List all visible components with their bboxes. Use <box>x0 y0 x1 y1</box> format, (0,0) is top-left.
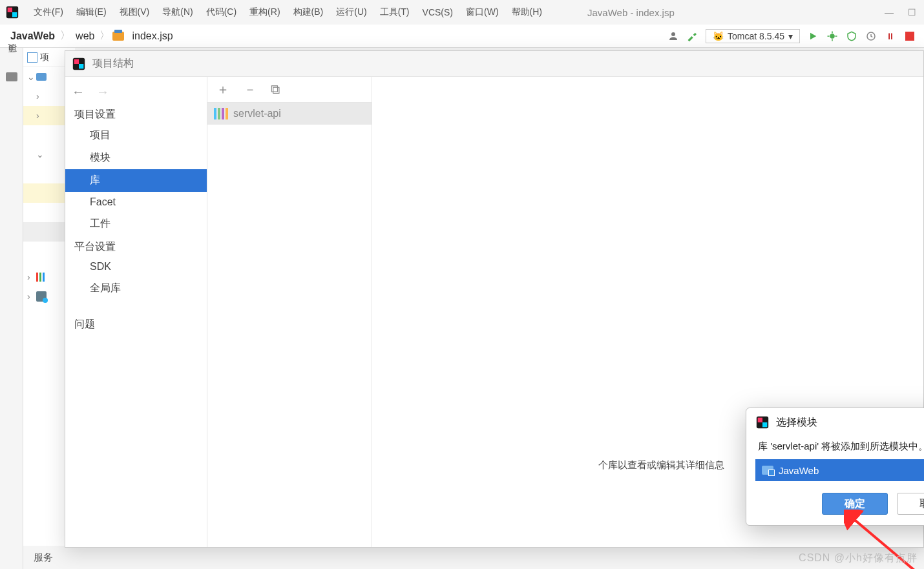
watermark: CSDN @小h好像有点胖 <box>799 552 918 565</box>
user-icon[interactable] <box>667 30 680 43</box>
copy-icon[interactable]: ⧉ <box>271 82 280 97</box>
svg-rect-6 <box>905 32 914 41</box>
menu-run[interactable]: 运行(U) <box>330 4 373 21</box>
back-icon[interactable]: ← <box>72 85 85 99</box>
menu-help[interactable]: 帮助(H) <box>505 4 549 21</box>
run-config-label: Tomcat 8.5.45 <box>728 31 784 41</box>
module-name: JavaWeb <box>779 465 819 476</box>
crumb-web[interactable]: web <box>73 29 97 43</box>
modal-title: 选择模块 <box>776 416 817 429</box>
cancel-button[interactable]: 取消 <box>897 493 924 515</box>
chevron-right-icon[interactable]: › <box>27 91 36 101</box>
forward-icon[interactable]: → <box>96 85 109 99</box>
tomcat-icon: 🐱 <box>713 31 724 41</box>
stop-icon[interactable] <box>903 30 916 43</box>
library-name: servlet-api <box>233 108 281 119</box>
menu-edit[interactable]: 编辑(E) <box>70 4 113 21</box>
ok-button[interactable]: 确定 <box>822 493 888 515</box>
menu-navigate[interactable]: 导航(N) <box>156 4 199 21</box>
svg-rect-1 <box>8 8 12 12</box>
chevron-right-icon[interactable]: › <box>27 110 36 121</box>
module-icon <box>762 466 773 475</box>
nav-item-artifacts[interactable]: 工件 <box>65 212 207 235</box>
chevron-right-icon: 〉 <box>60 29 70 43</box>
run-config-dropdown[interactable]: 🐱 Tomcat 8.5.45 ▾ <box>706 29 800 43</box>
menu-refactor[interactable]: 重构(R) <box>243 4 286 21</box>
structure-tool-icon[interactable] <box>6 72 17 81</box>
dialog-titlebar[interactable]: 项目结构 <box>65 51 923 77</box>
settings-nav: ← → 项目设置 项目 模块 库 Facet 工件 平台设置 SDK 全局库 问… <box>65 77 207 547</box>
menu-tools[interactable]: 工具(T) <box>373 4 416 21</box>
run-icon[interactable] <box>806 30 819 43</box>
scratches-icon <box>36 291 47 302</box>
modal-message: 库 'servlet-api' 将被添加到所选模块中。 <box>746 437 924 459</box>
window-title: JavaWeb - index.jsp <box>587 7 675 18</box>
folder-icon <box>36 73 47 81</box>
menu-vcs[interactable]: VCS(S) <box>416 5 459 20</box>
detail-hint: 个库以查看或编辑其详细信息 <box>598 459 724 471</box>
toolbar-right: 🐱 Tomcat 8.5.45 ▾ ⏸ <box>667 29 916 43</box>
nav-item-facets[interactable]: Facet <box>65 192 207 212</box>
nav-item-project[interactable]: 项目 <box>65 124 207 147</box>
crumb-file[interactable]: index.jsp <box>129 29 175 43</box>
profiler-icon[interactable] <box>865 30 877 43</box>
crumb-project[interactable]: JavaWeb <box>8 29 58 43</box>
remove-icon[interactable]: － <box>244 81 257 98</box>
chevron-down-icon: ▾ <box>788 31 793 41</box>
app-icon <box>755 415 770 429</box>
app-icon <box>72 57 86 71</box>
svg-point-3 <box>671 32 675 36</box>
menu-build[interactable]: 构建(B) <box>287 4 330 21</box>
chevron-down-icon[interactable]: ⌄ <box>27 72 36 82</box>
chevron-right-icon[interactable]: › <box>27 272 36 282</box>
svg-rect-2 <box>12 12 17 17</box>
menu-code[interactable]: 代码(C) <box>200 4 243 21</box>
attach-icon[interactable]: ⏸ <box>884 30 897 43</box>
add-icon[interactable]: ＋ <box>216 81 229 98</box>
menu-view[interactable]: 视图(V) <box>113 4 156 21</box>
bottom-tool-tab[interactable]: 服务 <box>23 546 63 569</box>
minimize-icon[interactable]: — <box>885 7 894 17</box>
modal-titlebar[interactable]: 选择模块 ✕ <box>746 408 924 437</box>
choose-module-dialog: 选择模块 ✕ 库 'servlet-api' 将被添加到所选模块中。 JavaW… <box>746 408 924 526</box>
nav-item-modules[interactable]: 模块 <box>65 147 207 169</box>
chevron-right-icon[interactable]: › <box>27 291 36 302</box>
svg-rect-9 <box>79 64 83 68</box>
library-icon <box>214 108 228 119</box>
coverage-icon[interactable] <box>845 30 858 43</box>
svg-rect-8 <box>74 59 79 63</box>
project-structure-dialog: 项目结构 ← → 项目设置 项目 模块 库 Facet 工件 平台设置 SDK … <box>65 50 924 548</box>
debug-icon[interactable] <box>826 30 839 43</box>
breadcrumb: JavaWeb 〉 web 〉 index.jsp <box>8 29 176 43</box>
hammer-icon[interactable] <box>686 30 699 43</box>
chevron-down-icon[interactable]: ⌄ <box>27 149 36 160</box>
app-icon <box>5 5 19 19</box>
module-list[interactable]: JavaWeb <box>755 459 924 481</box>
nav-item-global-libraries[interactable]: 全局库 <box>65 277 207 300</box>
svg-point-4 <box>830 34 835 39</box>
breadcrumb-row: JavaWeb 〉 web 〉 index.jsp 🐱 Tomcat 8.5.4… <box>0 25 924 48</box>
nav-item-problems[interactable]: 问题 <box>65 313 207 334</box>
nav-item-sdks[interactable]: SDK <box>65 256 207 277</box>
library-item-servlet-api[interactable]: servlet-api <box>207 103 372 125</box>
left-tool-rail: 项目 <box>0 48 23 569</box>
menu-window[interactable]: 窗口(W) <box>459 4 505 21</box>
dialog-title: 项目结构 <box>92 57 134 70</box>
library-list-panel: ＋ － ⧉ servlet-api <box>207 77 372 547</box>
nav-section-project-settings: 项目设置 <box>65 103 207 124</box>
svg-rect-12 <box>762 422 767 427</box>
svg-rect-11 <box>758 418 762 422</box>
module-item-javaweb[interactable]: JavaWeb <box>755 459 924 481</box>
library-icon <box>36 273 45 282</box>
nav-item-libraries[interactable]: 库 <box>65 169 207 192</box>
jsp-file-icon <box>112 32 124 41</box>
project-header-icon <box>27 52 37 63</box>
menu-file[interactable]: 文件(F) <box>27 4 70 21</box>
maximize-icon[interactable]: ☐ <box>908 7 916 17</box>
library-detail-panel: 个库以查看或编辑其详细信息 选择模块 ✕ 库 'servlet-api' 将被添… <box>372 77 923 547</box>
nav-section-platform-settings: 平台设置 <box>65 235 207 256</box>
chevron-right-icon: 〉 <box>100 29 110 43</box>
main-menubar: 文件(F) 编辑(E) 视图(V) 导航(N) 代码(C) 重构(R) 构建(B… <box>0 0 924 25</box>
